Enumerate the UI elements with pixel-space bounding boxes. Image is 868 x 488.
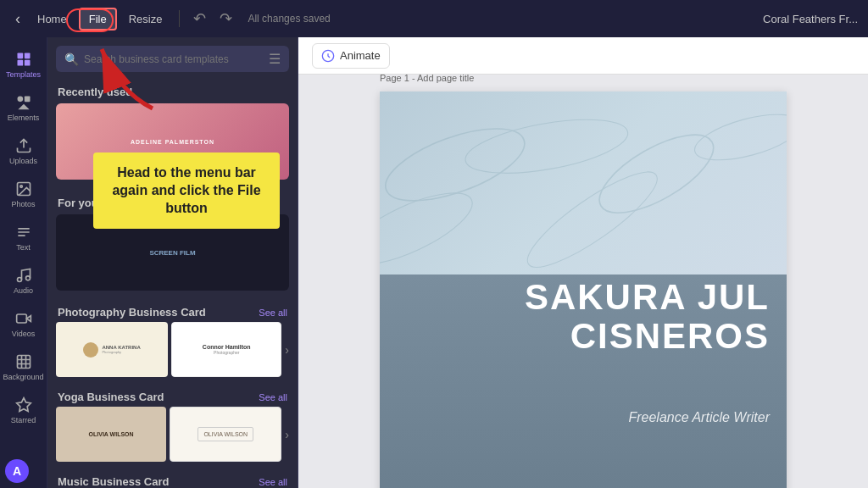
videos-label: Videos [12,330,35,338]
svg-point-21 [517,158,668,274]
background-icon [15,353,32,370]
svg-point-4 [17,97,23,103]
music-section-title: Music Business Card [58,475,170,488]
sidebar-item-videos[interactable]: Videos [2,303,46,345]
sidebar-icons: Templates Elements Uploads Photos Text A… [0,37,47,488]
canvas-design: SAKURA JUL CISNEROS Freelance Article Wr… [380,92,787,488]
text-icon [15,224,32,241]
purple-a-button[interactable]: A [5,459,29,483]
redo-button[interactable]: ↷ [214,6,237,31]
animate-label: Animate [340,49,381,62]
yoga-card-1-name: OLIVIA WILSON [89,431,134,437]
sidebar-item-background[interactable]: Background [2,347,46,388]
main-layout: Templates Elements Uploads Photos Text A… [0,37,868,488]
canvas-name-line2: CISNEROS [380,317,770,356]
templates-panel: 🔍 ☰ Recently used ADELINE PALMERSTON For… [47,37,298,488]
svg-rect-1 [24,53,30,59]
resize-button[interactable]: Resize [120,9,171,29]
elements-label: Elements [8,114,40,122]
top-navigation: ‹ Home File Resize ↶ ↷ All changes saved… [0,0,868,37]
canvas-content: Page 1 - Add page title [298,75,868,488]
search-input[interactable] [84,53,264,65]
svg-point-20 [380,179,481,274]
sidebar-item-uploads[interactable]: Uploads [2,130,46,172]
svg-rect-3 [24,60,30,66]
leaf-svg [380,92,787,274]
sidebar-item-photos[interactable]: Photos [2,174,46,215]
tooltip-text: Head to the menu bar again and click the… [110,164,263,217]
page-canvas: SAKURA JUL CISNEROS Freelance Article Wr… [380,92,787,488]
uploads-label: Uploads [9,157,37,165]
sidebar-item-text[interactable]: Text [2,217,46,258]
canvas-top-bg [380,92,787,274]
yoga-card-2[interactable]: OLIVIA WILSON [170,407,281,462]
svg-point-11 [25,276,30,280]
uploads-icon [15,137,32,154]
starred-icon [15,396,32,413]
svg-marker-6 [18,104,29,110]
back-button[interactable]: ‹ [10,7,25,31]
svg-point-9 [19,186,21,188]
file-highlight-circle [66,8,114,32]
photo-biz-card-1[interactable]: ANNA KATRINA Photography [56,322,168,377]
yoga-cards-row: OLIVIA WILSON OLIVIA WILSON › [47,407,298,470]
photo-biz-card-2[interactable]: Connor Hamilton Photographer [171,322,281,377]
sidebar-item-templates[interactable]: Templates [2,44,46,86]
svg-point-18 [588,119,725,228]
svg-point-16 [380,114,533,215]
background-label: Background [3,373,43,381]
yoga-see-all[interactable]: See all [259,392,287,402]
svg-marker-14 [16,398,31,412]
document-title: Coral Feathers Fr... [763,13,858,25]
canvas-name: SAKURA JUL CISNEROS [380,278,787,356]
page-wrapper: Page 1 - Add page title [380,92,787,488]
filter-icon[interactable]: ☰ [269,51,281,67]
yoga-next-arrow[interactable]: › [285,428,289,441]
svg-rect-0 [17,53,23,59]
templates-label: Templates [6,70,41,79]
biz-card-2-name: Connor Hamilton [203,344,251,350]
elements-icon [15,94,32,111]
animate-icon [321,49,335,63]
svg-rect-2 [17,60,23,66]
canvas-toolbar: Animate [298,37,868,75]
audio-label: Audio [14,286,33,295]
canvas-name-line1: SAKURA JUL [380,278,770,317]
templates-icon [15,51,32,68]
animate-button[interactable]: Animate [312,43,390,69]
photography-section-title: Photography Business Card [58,306,206,319]
svg-point-17 [461,109,632,183]
photography-see-all[interactable]: See all [259,308,287,318]
photography-next-arrow[interactable]: › [285,343,289,357]
search-bar: 🔍 ☰ [56,46,289,72]
yoga-card-2-name: OLIVIA WILSON [203,431,248,437]
sidebar-item-audio[interactable]: Audio [2,260,46,302]
for-you-card-text: SCREEN FILM [149,249,195,257]
audio-icon [15,267,32,284]
photography-section-header: Photography Business Card See all [47,301,298,322]
nav-divider [179,10,180,27]
svg-point-19 [690,105,787,169]
photography-cards-row: ANNA KATRINA Photography Connor Hamilton… [47,322,298,385]
yoga-card-1[interactable]: OLIVIA WILSON [56,407,166,462]
yoga-section-title: Yoga Business Card [58,391,164,403]
save-status: All changes saved [248,13,330,25]
svg-rect-13 [17,356,30,369]
biz-card-1-detail: Photography [102,350,140,354]
tooltip-box: Head to the menu bar again and click the… [93,152,280,229]
sidebar-item-starred[interactable]: Starred [2,390,46,431]
page-title-label[interactable]: Page 1 - Add page title [380,75,474,83]
starred-label: Starred [11,416,36,424]
photos-label: Photos [11,200,35,208]
svg-rect-12 [16,314,26,323]
svg-point-10 [17,278,21,282]
biz-card-2-title: Photographer [214,350,239,355]
music-see-all[interactable]: See all [259,477,287,487]
canvas-area: Animate Page 1 - Add page title [298,37,868,488]
canvas-subtitle: Freelance Article Writer [628,410,770,425]
music-section-header: Music Business Card See all [47,470,298,488]
search-icon: 🔍 [64,53,79,66]
undo-button[interactable]: ↶ [188,6,211,31]
yoga-section-header: Yoga Business Card See all [47,385,298,407]
sidebar-item-elements[interactable]: Elements [2,87,46,129]
